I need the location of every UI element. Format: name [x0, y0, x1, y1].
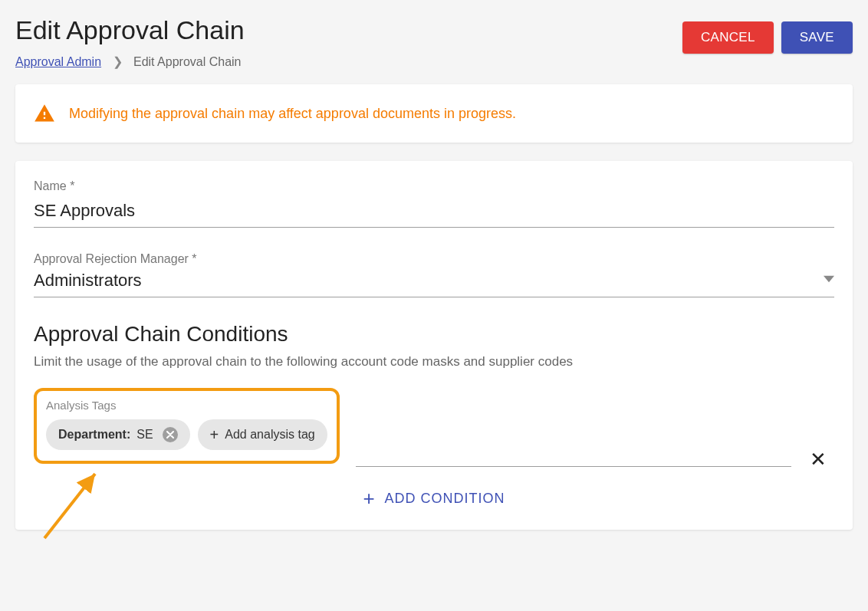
rejection-manager-value: Administrators: [34, 271, 824, 291]
tag-chip-key: Department:: [58, 428, 130, 442]
conditions-subtitle: Limit the usage of the approval chain to…: [34, 354, 834, 370]
plus-icon: +: [363, 488, 375, 508]
tag-chip-value: SE: [136, 428, 153, 442]
remove-condition-icon[interactable]: ✕: [810, 448, 827, 471]
remove-tag-icon[interactable]: [163, 427, 178, 442]
add-condition-label: ADD CONDITION: [385, 491, 505, 507]
conditions-title: Approval Chain Conditions: [34, 322, 834, 347]
name-input[interactable]: [34, 198, 834, 228]
tag-chip-department[interactable]: Department: SE: [46, 419, 190, 450]
page-header: Edit Approval Chain Approval Admin ❯ Edi…: [15, 15, 853, 69]
chip-row: Department: SE + Add analysis tag: [46, 419, 327, 450]
cancel-button[interactable]: CANCEL: [682, 21, 774, 54]
warning-icon: [34, 103, 55, 124]
name-label: Name *: [34, 179, 834, 193]
analysis-tags-group: Analysis Tags Department: SE + Add analy…: [34, 388, 340, 464]
add-analysis-tag-label: Add analysis tag: [225, 428, 314, 442]
analysis-tags-label: Analysis Tags: [46, 399, 327, 412]
header-left: Edit Approval Chain Approval Admin ❯ Edi…: [15, 15, 245, 69]
warning-banner: Modifying the approval chain may affect …: [15, 84, 853, 143]
save-button[interactable]: SAVE: [781, 21, 853, 54]
warning-text: Modifying the approval chain may affect …: [69, 106, 516, 122]
header-actions: CANCEL SAVE: [682, 21, 853, 54]
condition-row: Analysis Tags Department: SE + Add analy…: [34, 388, 834, 467]
plus-icon: +: [210, 427, 219, 442]
chevron-right-icon: ❯: [113, 55, 123, 68]
form-card: Name * Approval Rejection Manager * Admi…: [15, 161, 853, 530]
rejection-manager-field: Approval Rejection Manager * Administrat…: [34, 252, 834, 297]
name-field: Name *: [34, 179, 834, 228]
chevron-down-icon: [824, 274, 834, 287]
page-title: Edit Approval Chain: [15, 15, 245, 45]
breadcrumb-current: Edit Approval Chain: [133, 55, 242, 68]
rejection-manager-select[interactable]: Administrators: [34, 271, 834, 297]
add-condition-button[interactable]: + ADD CONDITION: [34, 467, 834, 521]
breadcrumb: Approval Admin ❯ Edit Approval Chain: [15, 54, 245, 69]
condition-underline: [356, 466, 791, 467]
add-analysis-tag-button[interactable]: + Add analysis tag: [198, 419, 327, 450]
breadcrumb-link-approval-admin[interactable]: Approval Admin: [15, 55, 101, 68]
rejection-manager-label: Approval Rejection Manager *: [34, 252, 834, 266]
